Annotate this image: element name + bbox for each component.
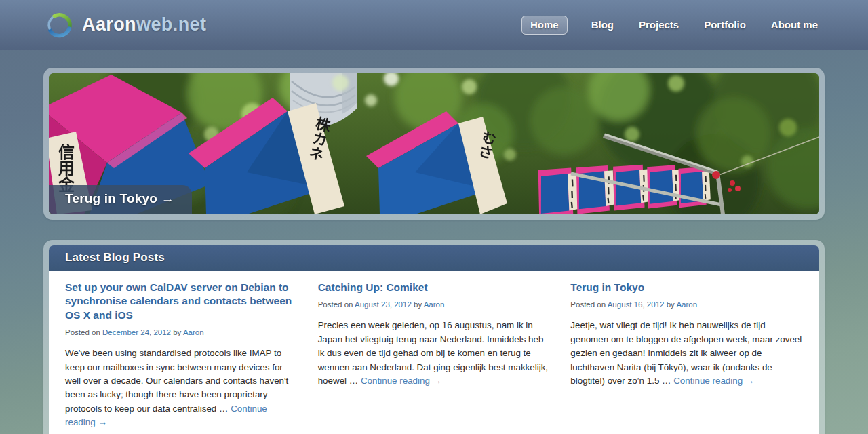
logo-ring-icon [45, 10, 75, 40]
blog-panel: Latest Blog Posts Set up your own CalDAV… [43, 240, 825, 434]
posted-on-label: Posted on [65, 328, 100, 336]
post-date-link[interactable]: December 24, 2012 [102, 328, 171, 336]
blog-posts-list: Set up your own CalDAV server on Debian … [49, 271, 819, 434]
blog-post: Catching Up: Comiket Posted on August 23… [318, 281, 551, 430]
blog-section-title: Latest Blog Posts [65, 251, 803, 264]
post-excerpt: Jeetje, wat vliegt de tijd! Ik heb nauwe… [570, 319, 803, 388]
post-title-link[interactable]: Terug in Tokyo [570, 281, 803, 294]
post-meta: Posted on August 23, 2012 by Aaron [318, 300, 551, 309]
post-title-link[interactable]: Catching Up: Comiket [318, 281, 551, 294]
nav-item-blog[interactable]: Blog [590, 16, 615, 34]
by-label: by [667, 300, 675, 309]
continue-reading-link[interactable]: Continue reading → [673, 376, 754, 386]
blog-post: Terug in Tokyo Posted on August 16, 2012… [570, 281, 803, 430]
site-logo[interactable]: Aaronweb.net [45, 10, 206, 40]
post-author-link[interactable]: Aaron [183, 328, 204, 336]
nav-item-about-me[interactable]: About me [770, 16, 819, 34]
main-nav: Home Blog Projects Portfolio About me [521, 16, 819, 35]
continue-reading-link[interactable]: Continue reading → [361, 376, 441, 386]
by-label: by [414, 300, 422, 309]
nav-item-projects[interactable]: Projects [637, 16, 680, 34]
post-date-link[interactable]: August 16, 2012 [608, 300, 665, 309]
post-excerpt: Precies een week geleden, op 16 augustus… [318, 319, 551, 388]
site-header: Aaronweb.net Home Blog Projects Portfoli… [0, 0, 868, 50]
brand-secondary: web.net [136, 14, 206, 35]
posted-on-label: Posted on [570, 300, 606, 309]
post-excerpt: We've been using standardised protocols … [65, 347, 298, 429]
by-label: by [173, 328, 181, 336]
post-meta: Posted on August 16, 2012 by Aaron [570, 300, 803, 309]
blog-inner: Latest Blog Posts Set up your own CalDAV… [49, 245, 819, 434]
nav-item-portfolio[interactable]: Portfolio [703, 16, 747, 34]
post-date-link[interactable]: August 23, 2012 [355, 300, 412, 309]
nav-item-home[interactable]: Home [521, 16, 568, 35]
main-content: 信用金 株カネ [0, 50, 868, 434]
post-author-link[interactable]: Aaron [676, 300, 697, 309]
brand-primary: Aaron [82, 14, 136, 35]
blog-section-header: Latest Blog Posts [49, 245, 819, 271]
post-author-link[interactable]: Aaron [424, 300, 445, 309]
site-title: Aaronweb.net [82, 14, 206, 35]
hero-panel: 信用金 株カネ [43, 68, 825, 220]
blog-post: Set up your own CalDAV server on Debian … [65, 281, 298, 430]
post-meta: Posted on December 24, 2012 by Aaron [65, 328, 298, 336]
hero-image-frame: 信用金 株カネ [49, 73, 819, 214]
post-title-link[interactable]: Set up your own CalDAV server on Debian … [65, 281, 298, 322]
posted-on-label: Posted on [318, 300, 353, 309]
hero-caption-link[interactable]: Terug in Tokyo → [49, 185, 192, 214]
